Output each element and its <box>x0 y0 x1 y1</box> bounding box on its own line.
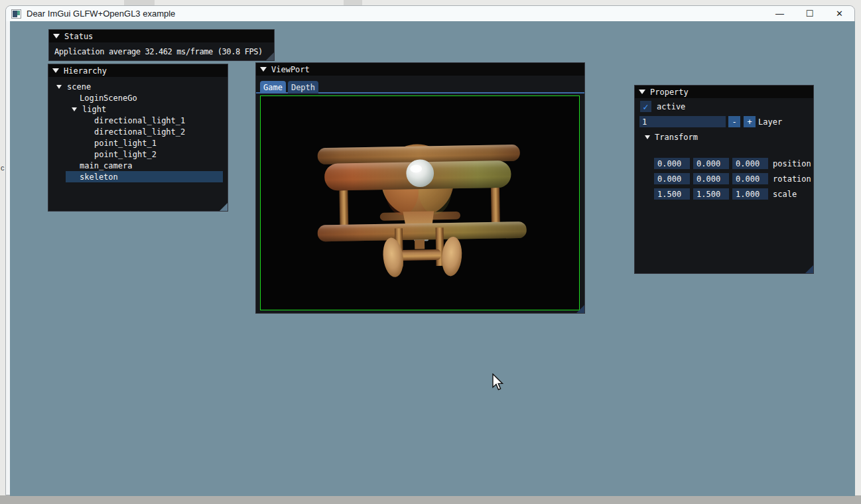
status-panel-title: Status <box>64 32 93 41</box>
viewport-tabbar: Game Depth <box>256 76 584 94</box>
scale-z-field[interactable]: 1.000 <box>732 188 768 200</box>
active-checkbox-label: active <box>657 102 685 111</box>
tree-item-directional-light-2[interactable]: directional_light_2 <box>48 126 228 137</box>
minimize-button[interactable]: — <box>765 6 795 21</box>
tree-expand-arrow-icon[interactable] <box>645 135 650 139</box>
os-titlebar[interactable]: Dear ImGui GLFW+OpenGL3 example — ☐ ✕ <box>6 6 854 21</box>
rotation-label: rotation <box>773 174 811 184</box>
tree-item-point-light-2[interactable]: point_light_2 <box>48 149 228 160</box>
tree-item-light[interactable]: light <box>48 103 228 115</box>
tab-depth[interactable]: Depth <box>288 81 318 94</box>
mouse-cursor-icon <box>492 373 504 391</box>
app-window: Dear ImGui GLFW+OpenGL3 example — ☐ ✕ St… <box>5 5 855 495</box>
resize-grip[interactable] <box>805 265 813 273</box>
property-panel-titlebar[interactable]: Property <box>635 86 813 98</box>
viewport-panel-titlebar[interactable]: ViewPort <box>256 63 584 76</box>
maximize-button[interactable]: ☐ <box>795 6 825 21</box>
viewport-panel-title: ViewPort <box>271 65 310 74</box>
property-panel: Property ✓ active - + Layer Transform <box>634 85 814 274</box>
scale-label: scale <box>773 190 797 199</box>
transform-header[interactable]: Transform <box>645 133 698 142</box>
tree-item-scene[interactable]: scene <box>48 81 228 92</box>
viewport-panel: ViewPort Game Depth <box>255 62 585 314</box>
screen: c Dear ImGui GLFW+OpenGL3 example — ☐ ✕ … <box>0 0 861 504</box>
tree-item-skeleton[interactable]: skeleton <box>66 171 223 182</box>
gl-render-area: Status Application average 32.462 ms/fra… <box>10 21 855 496</box>
status-message: Application average 32.462 ms/frame (30.… <box>49 42 274 61</box>
toy-biplane-render <box>261 96 579 310</box>
hierarchy-panel: Hierarchy scene LoginSceneGo light <box>48 64 228 212</box>
app-icon <box>11 9 21 19</box>
layer-label: Layer <box>758 117 782 127</box>
viewport-render-image <box>260 95 580 310</box>
rotation-z-field[interactable]: 0.000 <box>732 173 768 184</box>
hierarchy-panel-title: Hierarchy <box>64 66 107 76</box>
hierarchy-panel-titlebar[interactable]: Hierarchy <box>48 64 228 77</box>
scale-x-field[interactable]: 1.500 <box>654 188 690 200</box>
rotation-x-field[interactable]: 0.000 <box>654 173 690 184</box>
tree-item-main-camera[interactable]: main_camera <box>48 160 228 171</box>
status-panel: Status Application average 32.462 ms/fra… <box>48 29 275 61</box>
resize-grip[interactable] <box>576 305 584 313</box>
position-y-field[interactable]: 0.000 <box>693 158 729 169</box>
tab-game[interactable]: Game <box>260 81 286 94</box>
tree-item-loginscenego[interactable]: LoginSceneGo <box>48 92 228 103</box>
layer-input[interactable] <box>639 116 726 127</box>
collapse-arrow-icon[interactable] <box>53 34 60 38</box>
collapse-arrow-icon[interactable] <box>260 67 267 72</box>
tree-expand-arrow-icon[interactable] <box>56 85 62 89</box>
window-title: Dear ImGui GLFW+OpenGL3 example <box>27 9 175 19</box>
layer-decrement-button[interactable]: - <box>728 116 740 127</box>
rotation-y-field[interactable]: 0.000 <box>693 173 729 184</box>
scale-y-field[interactable]: 1.500 <box>693 188 729 200</box>
property-panel-title: Property <box>650 88 689 97</box>
position-z-field[interactable]: 0.000 <box>732 158 768 169</box>
position-x-field[interactable]: 0.000 <box>654 158 690 169</box>
collapse-arrow-icon[interactable] <box>639 90 645 94</box>
check-icon: ✓ <box>643 101 648 112</box>
desktop-artifact-text: c <box>1 164 5 172</box>
tree-item-point-light-1[interactable]: point_light_1 <box>48 137 228 149</box>
layer-increment-button[interactable]: + <box>744 116 756 127</box>
window-bottom-frame <box>0 495 861 504</box>
resize-grip[interactable] <box>266 52 274 60</box>
tree-item-directional-light-1[interactable]: directional_light_1 <box>48 115 228 126</box>
scene-tree: scene LoginSceneGo light directional_lig… <box>48 77 228 182</box>
position-label: position <box>773 159 811 168</box>
resize-grip[interactable] <box>220 203 228 211</box>
collapse-arrow-icon[interactable] <box>52 68 59 73</box>
active-checkbox[interactable]: ✓ <box>640 101 651 112</box>
status-panel-titlebar[interactable]: Status <box>49 30 274 42</box>
tree-expand-arrow-icon[interactable] <box>72 107 77 111</box>
close-button[interactable]: ✕ <box>825 6 854 21</box>
